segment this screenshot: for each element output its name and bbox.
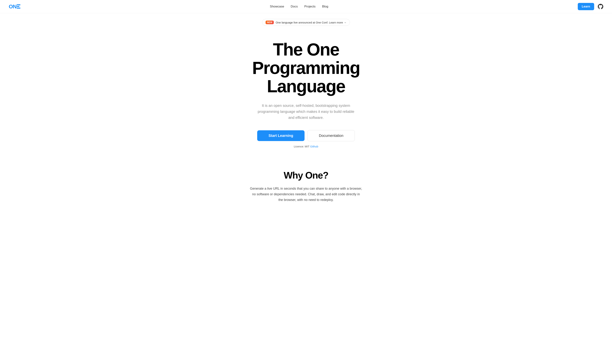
- documentation-button[interactable]: Documentation: [307, 130, 355, 141]
- hero-title: The One Programming Language: [224, 40, 388, 95]
- announcement-pill[interactable]: NEW One language live announced at One C…: [262, 19, 350, 26]
- why-title: Why One?: [249, 170, 363, 181]
- logo-letter-e: [17, 4, 20, 9]
- nav-link-blog[interactable]: Blog: [322, 5, 328, 8]
- nav-item-docs[interactable]: Docs: [291, 5, 298, 8]
- announcement-text: One language live announced at One Conf.…: [276, 21, 346, 24]
- hero-subtitle: It is an open source, self-hosted, boots…: [257, 103, 355, 121]
- logo-letter-n: N: [13, 3, 17, 10]
- nav-item-showcase[interactable]: Showcase: [270, 5, 284, 8]
- new-badge: NEW: [266, 21, 274, 24]
- navbar: O N Showcase Docs Projects Blog Learn: [0, 0, 612, 13]
- why-description: Generate a live URL in seconds that you …: [249, 186, 363, 203]
- nav-item-projects[interactable]: Projects: [304, 5, 315, 8]
- github-icon[interactable]: [598, 4, 603, 9]
- nav-links: Showcase Docs Projects Blog: [270, 5, 328, 8]
- licence-prefix: Licence: MIT: [294, 145, 310, 148]
- nav-item-blog[interactable]: Blog: [322, 5, 328, 8]
- licence-line: Licence: MIT Github: [294, 145, 318, 148]
- nav-right: Learn: [578, 3, 603, 10]
- hero-buttons: Start Learning Documentation: [257, 130, 355, 141]
- hero-section: The One Programming Language It is an op…: [0, 26, 612, 159]
- nav-link-projects[interactable]: Projects: [304, 5, 315, 8]
- logo-letter-o: O: [9, 3, 13, 10]
- github-link[interactable]: Github: [310, 145, 318, 148]
- nav-link-docs[interactable]: Docs: [291, 5, 298, 8]
- why-section: Why One? Generate a live URL in seconds …: [242, 159, 370, 210]
- announcement-banner: NEW One language live announced at One C…: [0, 19, 612, 26]
- logo[interactable]: O N: [9, 3, 20, 10]
- nav-link-showcase[interactable]: Showcase: [270, 5, 284, 8]
- start-learning-button[interactable]: Start Learning: [257, 130, 305, 141]
- learn-button[interactable]: Learn: [578, 3, 594, 10]
